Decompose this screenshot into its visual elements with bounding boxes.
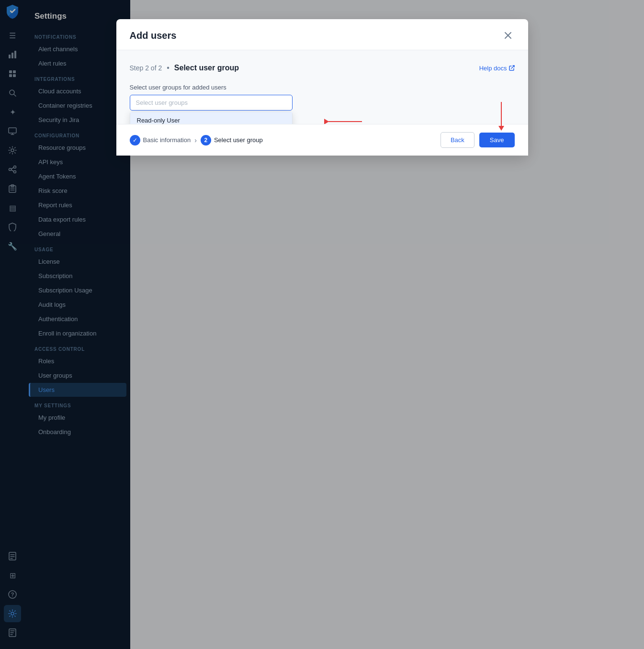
step1-label: Basic information xyxy=(143,136,191,144)
help-docs-link[interactable]: Help docs xyxy=(479,65,515,72)
step1-check-icon: ✓ xyxy=(130,135,140,145)
step-info: Step 2 of 2 • Select user group xyxy=(130,64,239,72)
breadcrumb-steps: ✓ Basic information › 2 Select user grou… xyxy=(130,135,263,145)
save-button[interactable]: Save xyxy=(479,133,515,147)
add-users-modal: Add users Step 2 of 2 • Select user grou… xyxy=(116,19,528,156)
svg-line-35 xyxy=(511,66,514,68)
user-groups-dropdown: Read-only User Admin Code Security Scann… xyxy=(130,112,293,124)
modal-title: Add users xyxy=(130,30,177,41)
step-arrow-icon: › xyxy=(194,136,197,144)
modal-header: Add users xyxy=(116,19,528,50)
arrow-annotation xyxy=(325,119,362,124)
select-wrapper: Read-only User Admin Code Security Scann… xyxy=(130,95,293,111)
step2-label: Select user group xyxy=(214,136,263,144)
modal-footer: ✓ Basic information › 2 Select user grou… xyxy=(116,124,528,156)
step-title: Select user group xyxy=(174,64,239,72)
user-groups-input[interactable] xyxy=(130,95,293,111)
modal-body: Step 2 of 2 • Select user group Help doc… xyxy=(116,50,528,124)
footer-buttons: Back Save xyxy=(441,132,515,148)
form-label: Select user groups for added users xyxy=(130,84,515,91)
step2-badge: 2 Select user group xyxy=(201,135,263,145)
step-count: Step 2 of 2 xyxy=(130,64,162,72)
down-arrow-annotation xyxy=(498,102,504,131)
back-button[interactable]: Back xyxy=(441,132,475,148)
step1-badge: ✓ Basic information xyxy=(130,135,191,145)
step-header: Step 2 of 2 • Select user group Help doc… xyxy=(130,64,515,72)
form-group: Select user groups for added users Read-… xyxy=(130,84,515,111)
dropdown-item-readonly[interactable]: Read-only User xyxy=(130,112,292,124)
modal-overlay: Add users Step 2 of 2 • Select user grou… xyxy=(0,0,644,649)
help-docs-label: Help docs xyxy=(479,65,507,72)
close-button[interactable] xyxy=(501,29,515,42)
step2-num: 2 xyxy=(201,135,211,145)
step-separator: • xyxy=(167,64,169,72)
